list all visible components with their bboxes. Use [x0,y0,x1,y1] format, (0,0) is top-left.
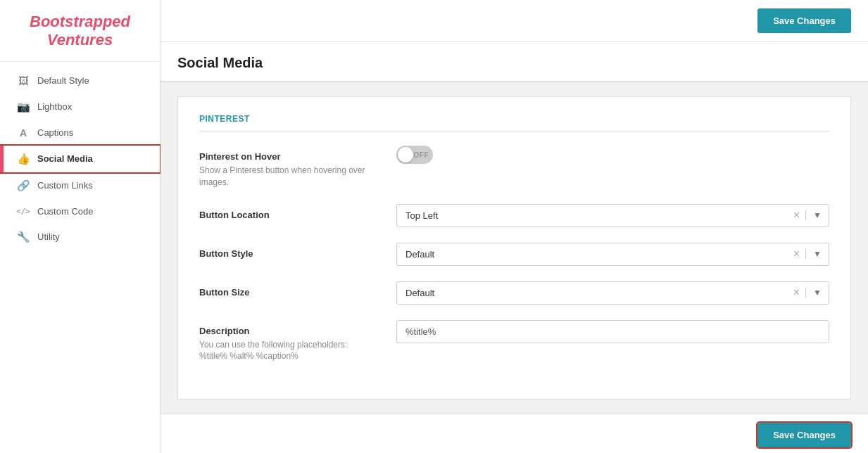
page-content-area: Social Media PINTEREST Pinterest on Hove… [161,42,868,414]
button-location-label: Button Location [199,210,396,220]
sidebar-item-utility[interactable]: 🔧 Utility [0,224,160,250]
button-size-label: Button Size [199,287,396,298]
settings-panel: PINTEREST Pinterest on Hover Show a Pint… [177,96,851,400]
button-style-value: Default [397,243,788,265]
pinterest-hover-row: Pinterest on Hover Show a Pinterest butt… [199,146,829,189]
sidebar-item-lightbox[interactable]: 📷 Lightbox [0,94,160,120]
button-style-control: Default × ▼ [396,243,829,266]
main-content: Save Changes Social Media PINTEREST Pint… [161,0,868,453]
description-note: You can use the following placeholders: … [199,339,375,363]
button-size-select[interactable]: Default × ▼ [396,281,829,305]
description-input[interactable] [396,320,829,343]
button-location-value: Top Left [397,205,788,226]
button-size-control: Default × ▼ [396,281,829,305]
bottom-bar: Save Changes [161,414,868,453]
page-title-bar: Social Media [161,42,868,82]
button-style-label: Button Style [199,248,396,259]
pinterest-hover-control: OFF [396,146,829,164]
sidebar-item-label: Social Media [37,153,93,164]
page-title: Social Media [177,55,851,71]
top-bar: Save Changes [161,0,868,42]
sidebar-item-label: Default Style [37,75,89,86]
sidebar-item-label: Custom Links [37,180,93,191]
toggle-knob [398,147,413,162]
button-location-select[interactable]: Top Left × ▼ [396,204,829,227]
toggle-state-label: OFF [414,151,429,159]
pinterest-hover-label-col: Pinterest on Hover Show a Pinterest butt… [199,146,396,189]
button-size-arrow-icon[interactable]: ▼ [805,288,829,298]
sidebar-item-social-media[interactable]: 👍 Social Media [0,146,160,172]
sidebar-item-label: Utility [37,231,60,242]
toggle-wrap: OFF [396,146,829,164]
brand-name: Bootstrapped Ventures [14,13,146,50]
button-style-clear-icon[interactable]: × [788,248,805,260]
button-location-control: Top Left × ▼ [396,204,829,227]
description-label: Description [199,326,396,336]
button-size-label-col: Button Size [199,281,396,298]
button-style-select[interactable]: Default × ▼ [396,243,829,266]
description-label-col: Description You can use the following pl… [199,320,396,363]
pinterest-section-label: PINTEREST [199,114,829,132]
sidebar-item-default-style[interactable]: 🖼 Default Style [0,68,160,94]
save-changes-button-bottom[interactable]: Save Changes [757,423,851,447]
pinterest-hover-toggle[interactable]: OFF [396,146,433,164]
sidebar-item-label: Custom Code [37,206,93,217]
button-location-label-col: Button Location [199,204,396,220]
sidebar-item-label: Lightbox [37,101,72,112]
lightbox-icon: 📷 [16,101,30,113]
default-style-icon: 🖼 [16,75,30,87]
pinterest-hover-description: Show a Pinterest button when hovering ov… [199,165,375,189]
button-style-row: Button Style Default × ▼ [199,243,829,266]
button-size-row: Button Size Default × ▼ [199,281,829,305]
button-location-arrow-icon[interactable]: ▼ [805,210,829,220]
button-size-clear-icon[interactable]: × [788,286,805,299]
button-location-clear-icon[interactable]: × [788,209,805,222]
utility-icon: 🔧 [16,231,30,243]
sidebar-navigation: 🖼 Default Style 📷 Lightbox A Captions 👍 … [0,62,160,250]
description-control [396,320,829,343]
sidebar-item-captions[interactable]: A Captions [0,120,160,146]
captions-icon: A [16,127,30,139]
save-changes-button-top[interactable]: Save Changes [757,8,851,33]
button-location-row: Button Location Top Left × ▼ [199,204,829,227]
description-row: Description You can use the following pl… [199,320,829,363]
button-style-label-col: Button Style [199,243,396,259]
sidebar-item-custom-links[interactable]: 🔗 Custom Links [0,172,160,199]
sidebar-logo: Bootstrapped Ventures [0,0,160,62]
social-media-icon: 👍 [16,153,30,165]
sidebar-item-label: Captions [37,127,73,138]
button-style-arrow-icon[interactable]: ▼ [805,249,829,259]
button-size-value: Default [397,282,788,304]
custom-code-icon: </> [16,207,30,216]
pinterest-hover-label: Pinterest on Hover [199,151,396,162]
custom-links-icon: 🔗 [16,179,30,192]
sidebar: Bootstrapped Ventures 🖼 Default Style 📷 … [0,0,161,453]
sidebar-item-custom-code[interactable]: </> Custom Code [0,199,160,224]
